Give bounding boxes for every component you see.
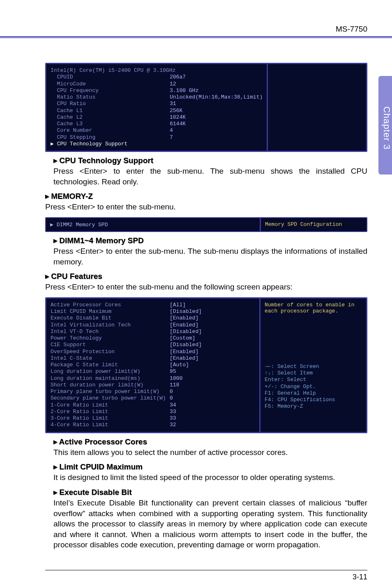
bios-row-value: 0 [170, 388, 173, 395]
bios-row-value: 33 [170, 415, 176, 422]
bios-row-label: Cache L2 [51, 114, 170, 121]
bios-row-value: Unlocked(Min:16,Max:38,Limit) [170, 94, 263, 101]
bios-row-label: Short duration power limit(W) [51, 382, 170, 388]
bios-key-hint: F1: General Help [265, 390, 362, 397]
bios-row-label: OverSpeed Protection [51, 349, 170, 355]
text-apc: This item allows you to select the numbe… [53, 447, 367, 458]
bios-row-label: Core Number [51, 127, 170, 134]
bios-row-label: Intel C-State [51, 355, 170, 362]
bios-row-value: 31 [170, 101, 176, 107]
bios-row-label: 3-Core Ratio Limit [51, 415, 170, 422]
bios-row-value: 12 [170, 81, 176, 87]
bios-key-hint: ↑↓: Select Item [265, 370, 362, 377]
bios-row-value: [Auto] [170, 362, 189, 368]
bios-panel-cpufeatures: Active Processor Cores[All]Limit CPUID M… [45, 297, 367, 433]
bios-row-value: 206a7 [170, 74, 186, 80]
bios2-left: DIMM2 Memory SPD [57, 222, 108, 228]
heading-cpu-tech: ▶ CPU Technology Support [53, 156, 367, 165]
bios-row-value: 3.100 GHz [170, 87, 198, 94]
heading-apc: ▶ Active Processor Cores [53, 437, 367, 446]
triangle-icon: ▶ [53, 158, 57, 163]
bios-row-label: MicroCode [51, 81, 170, 87]
bios-row-label: Primary plane turbo power limit(W) [51, 388, 170, 395]
bios-row-value: 33 [170, 409, 176, 415]
bios-row-value: [All] [170, 302, 186, 308]
bios-row-label: C1E Support [51, 342, 170, 348]
bios-row-value: 7 [170, 134, 173, 141]
bios-row-value: 34 [170, 402, 176, 409]
bios-row-value: [Enabled] [170, 355, 198, 362]
bios-row-value: [Enabled] [170, 315, 198, 322]
bios-row-label: Active Processor Cores [51, 302, 170, 308]
bios-row-value: 118 [170, 382, 179, 388]
bios-row-label: Secondary plane turbo power limit(W) [51, 395, 170, 402]
side-tab-chapter: Chapter 3 [378, 76, 392, 175]
bios-row-value: 95 [170, 368, 176, 375]
bios-row-label: Ratio Status [51, 94, 170, 101]
text-dimm: Press <Enter> to enter the sub-menu. The… [53, 246, 367, 267]
bios-row-value: 0 [170, 395, 173, 402]
bios-row-label: CPUID [51, 74, 170, 80]
bios-row-value: [Disabled] [170, 308, 202, 315]
text-edb: Intel’s Execute Disable Bit functionalit… [53, 498, 367, 550]
text-lcm: It is designed to limit the listed speed… [53, 472, 367, 483]
bios2-right: Memory SPD Configuration [265, 221, 342, 227]
bios-key-hint: F4: CPU Specifications [265, 397, 362, 403]
bios-row-label: Intel Virtualization Tech [51, 322, 170, 328]
text-memory-z: Press <Enter> to enter the sub-menu. [45, 202, 367, 212]
heading-memory-z: ▶ MEMORY-Z [45, 192, 367, 201]
bios-row-value: [Enabled] [170, 349, 198, 355]
bios-row-label: Long duration power limit(W) [51, 368, 170, 375]
bios-row-label: CPU Ratio [51, 101, 170, 107]
bios-row-label: Cache L3 [51, 121, 170, 127]
bios-panel-cpuspec: Intel(R) Core(TM) i5-2400 CPU @ 3.10GHz … [45, 63, 367, 152]
bios-row-label: 2-Core Ratio Limit [51, 409, 170, 415]
bios-row-label: Package C State limit [51, 362, 170, 368]
bios-row-label: Intel VT-D Tech [51, 328, 170, 335]
bios-key-hint: Enter: Select [265, 377, 362, 383]
bios1-title: Intel(R) Core(TM) i5-2400 CPU @ 3.10GHz [51, 67, 170, 74]
bios-row-value: 6144K [170, 121, 186, 127]
header-model: MS-7750 [0, 25, 392, 36]
bios-row-value: 1024K [170, 114, 186, 121]
bios-row-value: 256K [170, 108, 182, 114]
bios-row-value: [Custom] [170, 335, 195, 342]
bios-row-label: Execute Disable Bit [51, 315, 170, 322]
bios-row-label: CPU Frequency [51, 87, 170, 94]
heading-edb: ▶ Execute Disable Bit [53, 488, 367, 497]
heading-dimm: ▶ DIMM1~4 Memory SPD [53, 236, 367, 245]
triangle-icon: ▶ [53, 238, 57, 243]
bios-row-label: Power Technology [51, 335, 170, 342]
bios-row-label: 1-Core Ratio Limit [51, 402, 170, 409]
bios3-help: Number of cores to enable in each proces… [265, 302, 362, 314]
bios-panel-memspd: ▶ DIMM2 Memory SPD Memory SPD Configurat… [45, 217, 367, 232]
bios-row-label: Cache L1 [51, 108, 170, 114]
bios-row-value: [Disabled] [170, 342, 202, 348]
bios-row-value: [Disabled] [170, 328, 202, 335]
triangle-icon: ▶ [53, 489, 57, 495]
triangle-icon: ▶ [45, 273, 49, 279]
text-cpu-tech: Press <Enter> to enter the sub-menu. The… [53, 166, 367, 187]
bios-row-value: 1000 [170, 375, 182, 382]
triangle-icon: ▶ [45, 193, 49, 199]
triangle-icon: ▶ [53, 439, 57, 445]
bios-row-label: Limit CPUID Maximum [51, 308, 170, 315]
heading-cpu-features: ▶ CPU Features [45, 272, 367, 281]
text-cpu-features: Press <Enter> to enter the sub-menu and … [45, 282, 367, 292]
bios-row-label: 4-Core Ratio Limit [51, 422, 170, 428]
bios-key-hint: F5: Memory-Z [265, 403, 362, 410]
bios-key-hint: →←: Select Screen [265, 363, 362, 370]
header-divider [0, 36, 392, 38]
bios-row-value: 4 [170, 127, 173, 134]
bios-key-hint: +/-: Change Opt. [265, 384, 362, 390]
bios-row-value: 32 [170, 422, 176, 428]
heading-lcm: ▶ Limit CPUID Maximum [53, 462, 367, 471]
bios-row-label: Long duration maintained(ms) [51, 375, 170, 382]
triangle-icon: ▶ [53, 464, 57, 470]
bios-row-value: [Enabled] [170, 322, 198, 328]
bios1-highlight: CPU Technology Support [57, 141, 128, 147]
page-number: 3-11 [45, 570, 367, 581]
bios-row-label: CPU Stepping [51, 134, 170, 141]
